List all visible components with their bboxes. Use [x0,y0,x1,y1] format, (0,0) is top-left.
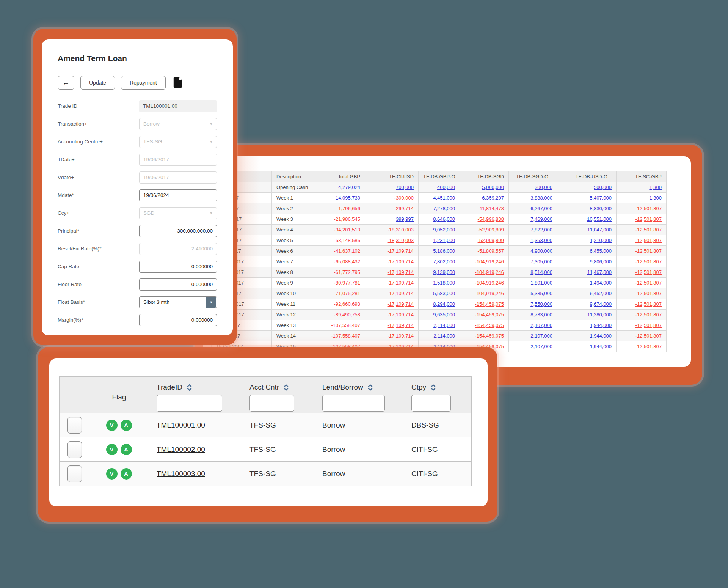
cashflow-amount-link[interactable]: 1,944,000 [590,322,612,328]
cashflow-amount-link[interactable]: -17,109,714 [388,269,414,275]
cashflow-amount-link[interactable]: -12,501,807 [635,312,662,318]
cashflow-amount-link[interactable]: 10,551,000 [587,216,612,222]
cashflow-amount-link[interactable]: -154,459,075 [475,301,504,307]
cashflow-amount-link[interactable]: -17,109,714 [388,322,414,328]
cashflow-amount-link[interactable]: 1,300 [649,184,662,190]
cashflow-amount-link[interactable]: 8,294,000 [433,301,455,307]
cashflow-amount-link[interactable]: 7,550,000 [530,301,552,307]
cashflow-amount-link[interactable]: 1,801,000 [530,280,552,286]
document-button[interactable] [172,76,183,90]
cashflow-amount-link[interactable]: -17,109,714 [388,248,414,254]
cashflow-amount-link[interactable]: 1,210,000 [590,237,612,243]
cashflow-amount-link[interactable]: -104,919,246 [475,280,504,286]
cashflow-amount-link[interactable]: 6,267,000 [530,206,552,211]
cashflow-amount-link[interactable]: -12,501,807 [635,248,662,254]
cashflow-amount-link[interactable]: 4,900,000 [530,248,552,254]
cashflow-amount-link[interactable]: 11,467,000 [587,269,612,275]
trade-id-link[interactable]: TML100001.00 [157,421,205,429]
cashflow-amount-link[interactable]: -17,109,714 [388,259,414,264]
cashflow-amount-link[interactable]: 5,186,000 [433,248,455,254]
cashflow-amount-link[interactable]: 6,455,000 [590,248,612,254]
cashflow-amount-link[interactable]: 5,583,000 [433,291,455,296]
cashflow-amount-link[interactable]: 7,822,000 [530,227,552,233]
sort-icon[interactable] [283,384,289,391]
cashflow-amount-link[interactable]: 9,052,000 [433,227,455,233]
margin-field[interactable]: 0.000000 [139,314,217,326]
cashflow-amount-link[interactable]: 1,494,000 [590,280,612,286]
row-checkbox[interactable] [67,465,82,482]
cashflow-amount-link[interactable]: -12,501,807 [635,259,662,264]
cashflow-amount-link[interactable]: 8,830,000 [590,206,612,211]
cashflow-amount-link[interactable]: 4,451,000 [433,195,455,201]
cashflow-amount-link[interactable]: 7,305,000 [530,259,552,264]
lendborrow-filter-input[interactable] [322,395,385,412]
cashflow-amount-link[interactable]: -12,501,807 [635,301,662,307]
cashflow-amount-link[interactable]: 5,407,000 [590,195,612,201]
repayment-button[interactable]: Repayment [121,76,166,90]
cashflow-amount-link[interactable]: -12,501,807 [635,227,662,233]
tradeid-filter-input[interactable] [157,395,222,412]
cashflow-amount-link[interactable]: -51,809,557 [478,248,504,254]
cashflow-amount-link[interactable]: 8,733,000 [530,312,552,318]
cashflow-amount-link[interactable]: 1,300 [649,195,662,201]
cashflow-amount-link[interactable]: 3,888,000 [530,195,552,201]
cashflow-amount-link[interactable]: 300,000 [535,184,552,190]
sort-icon[interactable] [367,384,373,391]
cashflow-amount-link[interactable]: 5,000,000 [482,184,504,190]
sort-icon[interactable] [430,384,436,391]
cashflow-amount-link[interactable]: -12,501,807 [635,206,662,211]
cashflow-amount-link[interactable]: 1,944,000 [590,344,612,349]
cashflow-amount-link[interactable]: -18,310,003 [388,227,414,233]
cashflow-amount-link[interactable]: 9,806,000 [590,259,612,264]
float-basis-field[interactable]: Sibor 3 mth▼ [139,296,217,308]
cashflow-amount-link[interactable]: -299,714 [394,206,414,211]
cashflow-amount-link[interactable]: -12,501,807 [635,280,662,286]
mdate-field[interactable]: 19/06/2024 [139,189,217,201]
cashflow-amount-link[interactable]: -154,459,075 [475,322,504,328]
cashflow-amount-link[interactable]: 9,139,000 [433,269,455,275]
cashflow-amount-link[interactable]: 1,518,000 [433,280,455,286]
cashflow-amount-link[interactable]: 500,000 [594,184,612,190]
cashflow-amount-link[interactable]: -154,459,075 [475,333,504,339]
cashflow-amount-link[interactable]: -12,501,807 [635,216,662,222]
cashflow-amount-link[interactable]: 7,278,000 [433,206,455,211]
cashflow-amount-link[interactable]: -12,501,807 [635,237,662,243]
back-button[interactable]: ← [58,76,74,90]
cashflow-amount-link[interactable]: 9,674,000 [590,301,612,307]
cashflow-amount-link[interactable]: 700,000 [396,184,414,190]
cashflow-amount-link[interactable]: -17,109,714 [388,280,414,286]
cashflow-amount-link[interactable]: 2,107,000 [530,322,552,328]
cashflow-amount-link[interactable]: -17,109,714 [388,291,414,296]
cashflow-amount-link[interactable]: 9,635,000 [433,312,455,318]
cashflow-amount-link[interactable]: -104,919,246 [475,269,504,275]
cashflow-amount-link[interactable]: 7,802,000 [433,259,455,264]
cashflow-amount-link[interactable]: -104,919,246 [475,291,504,296]
cap-rate-field[interactable]: 0.000000 [139,261,217,273]
cashflow-amount-link[interactable]: -17,109,714 [388,301,414,307]
cashflow-amount-link[interactable]: -52,909,809 [478,237,504,243]
cashflow-amount-link[interactable]: -54,996,838 [478,216,504,222]
ctpy-filter-input[interactable] [411,395,451,412]
cashflow-amount-link[interactable]: -52,909,809 [478,227,504,233]
cashflow-amount-link[interactable]: -12,501,807 [635,269,662,275]
cashflow-amount-link[interactable]: -12,501,807 [635,322,662,328]
cashflow-amount-link[interactable]: -12,501,807 [635,291,662,296]
row-checkbox[interactable] [67,417,82,434]
cashflow-amount-link[interactable]: 8,514,000 [530,269,552,275]
cashflow-amount-link[interactable]: 1,231,000 [433,237,455,243]
sort-icon[interactable] [186,384,193,391]
cashflow-amount-link[interactable]: -12,501,807 [635,344,662,349]
cashflow-amount-link[interactable]: 2,107,000 [530,333,552,339]
cashflow-amount-link[interactable]: 399,997 [396,216,414,222]
cashflow-amount-link[interactable]: -17,109,714 [388,312,414,318]
cashflow-amount-link[interactable]: -300,000 [394,195,414,201]
cashflow-amount-link[interactable]: 1,944,000 [590,333,612,339]
cashflow-amount-link[interactable]: -104,919,246 [475,259,504,264]
cashflow-amount-link[interactable]: 11,047,000 [587,227,612,233]
cashflow-amount-link[interactable]: 8,646,000 [433,216,455,222]
cashflow-amount-link[interactable]: -154,459,075 [475,312,504,318]
cashflow-amount-link[interactable]: 2,107,000 [530,344,552,349]
cashflow-amount-link[interactable]: 5,335,000 [530,291,552,296]
cashflow-amount-link[interactable]: -12,501,807 [635,333,662,339]
cashflow-amount-link[interactable]: 1,353,000 [530,237,552,243]
